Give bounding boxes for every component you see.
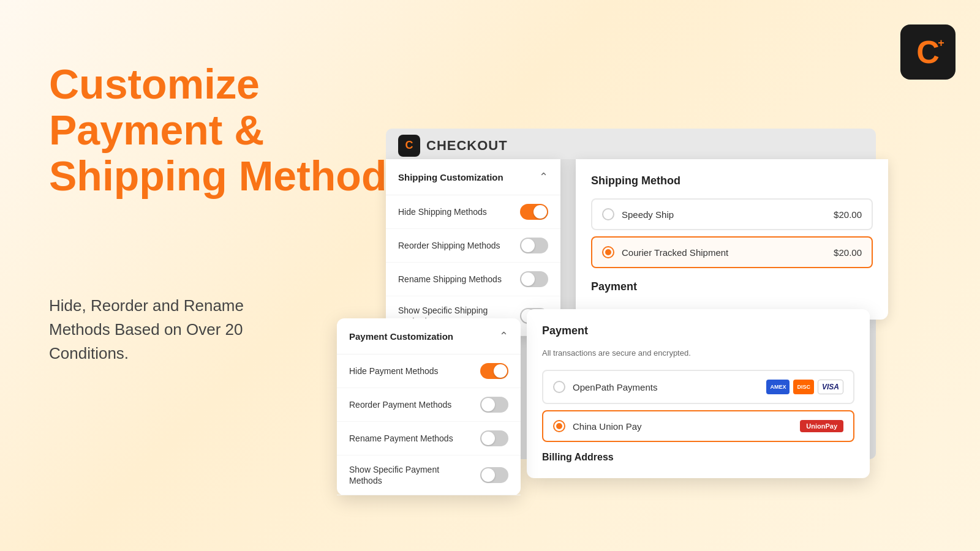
payment-method-title: Payment xyxy=(542,324,854,337)
hide-payment-toggle[interactable] xyxy=(480,363,508,379)
unionpay-left: China Union Pay xyxy=(553,420,642,432)
courier-tracked-radio[interactable] xyxy=(602,246,614,258)
payment-preview-title: Payment xyxy=(591,280,873,293)
discover-icon: DISC xyxy=(793,380,814,394)
courier-tracked-name: Courier Tracked Shipment xyxy=(622,247,728,258)
reorder-payment-label: Reorder Payment Methods xyxy=(349,399,451,410)
hide-payment-label: Hide Payment Methods xyxy=(349,365,439,377)
payment-method-panel: Payment All transactions are secure and … xyxy=(527,309,870,478)
rename-shipping-item: Rename Shipping Methods xyxy=(386,263,560,296)
billing-address-title: Billing Address xyxy=(542,452,854,463)
unionpay-card-icon: UnionPay xyxy=(800,420,843,432)
payment-customization-panel: Payment Customization ⌃ Hide Payment Met… xyxy=(337,318,521,495)
shipping-method-title: Shipping Method xyxy=(591,174,873,187)
hide-shipping-item: Hide Shipping Methods xyxy=(386,195,560,229)
openpath-left: OpenPath Payments xyxy=(553,381,657,393)
rename-payment-toggle[interactable] xyxy=(480,430,508,446)
openpath-name: OpenPath Payments xyxy=(573,382,657,392)
reorder-shipping-label: Reorder Shipping Methods xyxy=(398,240,500,251)
hide-shipping-label: Hide Shipping Methods xyxy=(398,206,487,217)
amex-icon: AMEX xyxy=(766,380,790,394)
payment-panel-header: Payment Customization ⌃ xyxy=(337,318,521,354)
reorder-shipping-toggle[interactable] xyxy=(520,238,548,253)
reorder-shipping-item: Reorder Shipping Methods xyxy=(386,229,560,263)
visa-icon: VISA xyxy=(818,380,843,394)
hide-shipping-toggle[interactable] xyxy=(520,204,548,220)
ui-area: C CHECKOUT Shipping Customization ⌃ Hide… xyxy=(337,129,919,545)
rename-payment-label: Rename Payment Methods xyxy=(349,433,453,444)
rename-shipping-label: Rename Shipping Methods xyxy=(398,274,502,285)
shipping-panel-header: Shipping Customization ⌃ xyxy=(386,159,560,195)
openpath-radio[interactable] xyxy=(553,381,565,393)
show-specific-payment-label: Show Specific Payment Methods xyxy=(349,464,459,486)
hero-subtitle: Hide, Reorder and Rename Methods Based o… xyxy=(49,294,294,365)
openpath-option[interactable]: OpenPath Payments AMEX DISC VISA xyxy=(542,370,854,404)
checkout-title: CHECKOUT xyxy=(426,138,508,154)
logo-plus: + xyxy=(938,37,944,48)
courier-tracked-price: $20.00 xyxy=(834,247,862,258)
show-specific-payment-item: Show Specific Payment Methods xyxy=(337,455,521,495)
logo-icon: C + xyxy=(916,36,940,68)
logo-container: C + xyxy=(900,24,956,80)
shipping-panel-collapse-icon[interactable]: ⌃ xyxy=(539,170,548,184)
hide-payment-item: Hide Payment Methods xyxy=(337,354,521,388)
unionpay-option[interactable]: China Union Pay UnionPay xyxy=(542,410,854,442)
speedy-ship-price: $20.00 xyxy=(834,209,862,220)
shipping-method-panel: Shipping Method Speedy Ship $20.00 Couri… xyxy=(576,159,888,320)
reorder-payment-toggle[interactable] xyxy=(480,397,508,413)
openpath-card-icons: AMEX DISC VISA xyxy=(766,380,843,394)
hero-title-line1: Customize xyxy=(49,61,410,107)
courier-tracked-option[interactable]: Courier Tracked Shipment $20.00 xyxy=(591,236,873,268)
payment-section-preview: Payment xyxy=(591,280,873,293)
payment-panel-collapse-icon[interactable]: ⌃ xyxy=(499,329,508,343)
unionpay-radio[interactable] xyxy=(553,420,565,432)
rename-payment-item: Rename Payment Methods xyxy=(337,422,521,455)
courier-tracked-left: Courier Tracked Shipment xyxy=(602,246,728,258)
shipping-panel-title: Shipping Customization xyxy=(398,172,503,182)
speedy-ship-option[interactable]: Speedy Ship $20.00 xyxy=(591,198,873,230)
checkout-bar: C CHECKOUT xyxy=(386,129,876,162)
reorder-payment-item: Reorder Payment Methods xyxy=(337,388,521,422)
rename-shipping-toggle[interactable] xyxy=(520,271,548,287)
payment-panel-title: Payment Customization xyxy=(349,331,453,342)
show-specific-payment-toggle[interactable] xyxy=(480,467,508,483)
speedy-ship-name: Speedy Ship xyxy=(622,209,674,220)
speedy-ship-radio[interactable] xyxy=(602,208,614,220)
unionpay-name: China Union Pay xyxy=(573,421,642,432)
checkout-logo-icon: C xyxy=(398,135,420,157)
speedy-ship-left: Speedy Ship xyxy=(602,208,674,220)
payment-secure-text: All transactions are secure and encrypte… xyxy=(542,348,854,358)
